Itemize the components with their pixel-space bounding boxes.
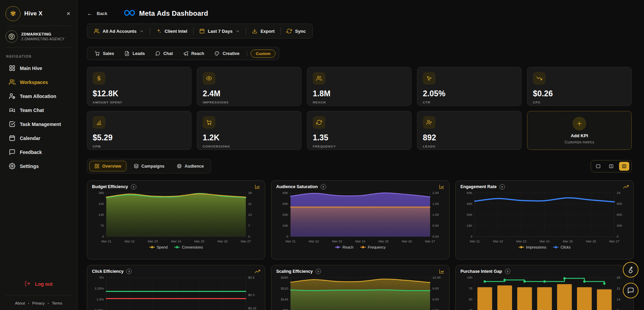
svg-text:10K: 10K [282,224,289,227]
client-intel-button[interactable]: Client Intel [151,26,192,37]
sidebar-item-team-allocation[interactable]: Team Allocation [5,89,72,103]
check-square-icon [9,121,15,127]
help-icon[interactable]: ? [131,184,136,189]
sidebar-item-main-hive[interactable]: Main Hive [5,61,72,75]
all-ad-accounts-button[interactable]: All Ad Accounts [89,26,149,37]
kpi-card-amount-spent[interactable]: $12.8KAMOUNT SPENT [87,67,191,106]
cursor-icon [423,72,435,85]
sidebar-item-workspaces[interactable]: Workspaces [5,75,72,89]
sidebar: ✾ Hive X ✕ ZDMARKETING Z-DMARKETING AGEN… [0,0,78,310]
footer-link[interactable]: Terms [52,301,62,305]
floating-buttons [623,262,639,298]
download-icon [252,28,257,34]
chart-header: Scaling Efficiency? [276,269,444,274]
chart-click-efficiency: Click Efficiency?3%2.25%1.5%0.75%0%$0.5$… [87,265,265,310]
chart-title: Click Efficiency [92,269,123,274]
page-header: ← Back Meta Ads Dashboard [87,9,632,18]
chevron-down-icon [236,29,240,33]
filter-tab-custom[interactable]: Custom [251,50,276,58]
svg-text:Mar 25: Mar 25 [194,239,204,243]
filter-tabs: SalesLeadsChatReachCreativeCustom [87,47,279,60]
megaphone-icon [183,51,188,56]
footer-link[interactable]: About [15,301,25,305]
kpi-card-conversions[interactable]: 1.2KCONVERSIONS [197,111,301,150]
trend-up-icon[interactable] [255,269,260,274]
svg-text:45K: 45K [467,202,473,206]
chat-fab-button[interactable] [623,283,639,298]
sync-button[interactable]: Sync [282,26,310,37]
dollar-icon [93,72,105,85]
svg-text:$0.15: $0.15 [248,306,256,310]
kpi-value: 1.8M [313,89,406,98]
tab-label: Campaigns [142,164,164,169]
sidebar-item-calendar[interactable]: Calendar [5,131,72,145]
sidebar-item-team-chat[interactable]: Team Chat [5,103,72,117]
svg-text:0: 0 [248,235,250,238]
sidebar-item-feedback[interactable]: Feedback [5,145,72,159]
filter-tab-chat[interactable]: Chat [151,49,177,58]
kpi-card-leads[interactable]: 892LEADS [417,111,522,150]
kpi-value: 892 [423,133,516,142]
legend-item: Spend [149,245,168,249]
area-chart-icon[interactable] [439,184,444,189]
last-7-days-button[interactable]: Last 7 Days [194,26,245,37]
accessibility-button[interactable] [623,262,639,278]
filter-tab-leads[interactable]: Leads [120,49,149,58]
trend-up-icon[interactable] [623,184,629,189]
user-plus-icon [423,116,435,129]
grid-icon [94,164,99,169]
filter-tab-label: Sales [103,51,114,56]
workspace-switcher[interactable]: ZDMARKETING Z-DMARKETING AGENCY [5,30,72,43]
close-icon[interactable]: ✕ [65,10,72,18]
svg-text:Mar 25: Mar 25 [563,239,573,243]
kpi-card-ctr[interactable]: 2.05%CTR [417,67,522,106]
layout-toggle-square[interactable] [593,162,603,171]
svg-text:9.00: 9.00 [432,286,439,290]
brand-name: Hive X [24,10,42,17]
export-button[interactable]: Export [247,26,279,37]
help-icon[interactable]: ? [316,269,321,274]
help-icon[interactable]: ? [321,184,326,189]
help-icon[interactable]: ? [505,269,510,274]
nav-section-label: NAVIGATION [6,55,72,58]
filter-tab-sales[interactable]: Sales [91,49,118,58]
svg-text:Mar 22: Mar 22 [493,239,503,243]
user-cog-icon [9,93,15,99]
filter-tab-reach[interactable]: Reach [179,49,209,58]
filter-tab-creative[interactable]: Creative [210,49,243,58]
help-icon[interactable]: ? [499,184,505,189]
svg-text:Mar 27: Mar 27 [609,239,619,243]
tab-campaigns[interactable]: Campaigns [129,161,170,171]
kpi-label: CONVERSIONS [203,144,296,148]
kpi-label: CTR [423,100,516,104]
area-chart-icon[interactable] [255,184,260,189]
help-icon[interactable]: ? [126,269,132,274]
filter-tab-label: Reach [191,51,204,56]
layout-toggle-columns3[interactable] [619,162,629,171]
kpi-card-cpm[interactable]: $5.29CPM [87,111,191,150]
kpi-card-reach[interactable]: 1.8MREACH [307,67,412,106]
kpi-card-frequency[interactable]: 1.35FREQUENCY [307,111,412,150]
tab-overview[interactable]: Overview [89,161,126,171]
svg-text:Mar 23: Mar 23 [332,239,342,243]
chart-title: Engagement Rate [460,184,497,189]
kpi-value: $0.26 [533,89,626,98]
kpi-card-impressions[interactable]: 2.4MIMPRESSIONS [197,67,301,106]
logout-button[interactable]: Log out [5,277,72,291]
back-button[interactable]: ← Back [87,11,107,16]
toolbar-divider [150,28,150,35]
svg-text:$280: $280 [281,276,288,279]
add-kpi-card[interactable]: Add KPICustomize metrics [527,111,632,150]
sidebar-item-settings[interactable]: Settings [5,159,72,173]
tab-audience[interactable]: Audience [172,161,209,171]
page-title: Meta Ads Dashboard [139,10,208,17]
svg-text:Mar 22: Mar 22 [124,239,135,243]
svg-text:0: 0 [617,235,618,238]
layout-toggle-columns2[interactable] [606,162,616,171]
logout-icon [25,281,30,287]
sidebar-item-task-management[interactable]: Task Management [5,117,72,131]
kpi-label: AMOUNT SPENT [93,100,186,104]
footer-link[interactable]: Privacy [32,301,44,305]
kpi-card-cpc[interactable]: $0.26CPC [527,67,632,106]
area-chart-icon[interactable] [439,269,444,274]
